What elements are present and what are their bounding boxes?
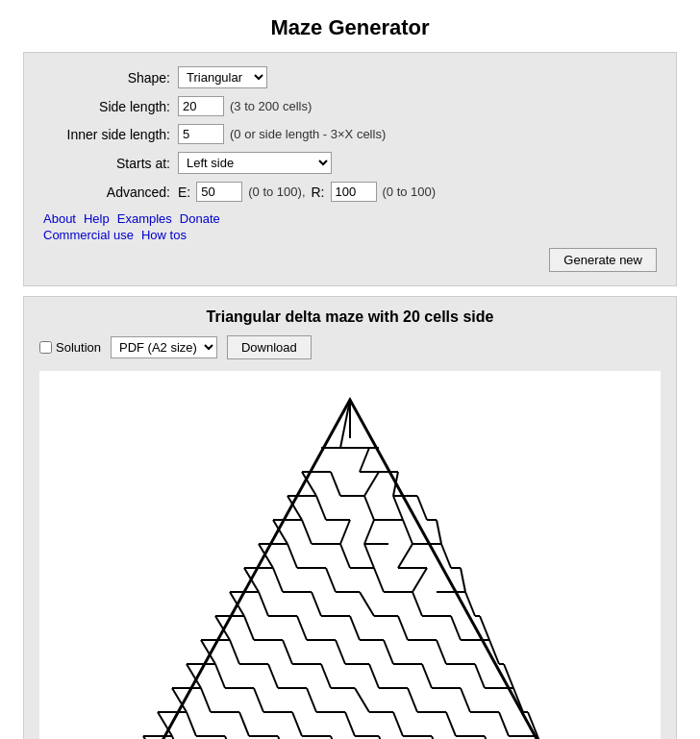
svg-line-82	[316, 496, 326, 520]
config-panel: Shape: Triangular Square Hexagonal Circu…	[23, 52, 677, 286]
solution-checkbox[interactable]	[39, 341, 52, 354]
page-title: Maze Generator	[23, 15, 677, 40]
download-button[interactable]: Download	[227, 335, 312, 359]
svg-line-146	[446, 712, 456, 736]
svg-line-83	[364, 496, 374, 520]
help-link[interactable]: Help	[84, 211, 110, 226]
svg-line-92	[437, 520, 441, 544]
svg-line-137	[408, 688, 417, 712]
shape-row: Shape: Triangular Square Hexagonal Circu…	[43, 66, 657, 88]
svg-line-144	[345, 712, 355, 736]
starts-at-row: Starts at: Left side Right side Top Bott…	[43, 152, 657, 174]
svg-line-96	[398, 544, 412, 568]
side-length-input[interactable]	[178, 96, 224, 116]
download-row: Solution PDF (A2 size) PDF (A3 size) PDF…	[39, 335, 661, 359]
side-length-value: (3 to 200 cells)	[178, 96, 312, 116]
about-link[interactable]: About	[43, 211, 76, 226]
advanced-e-hint: (0 to 100),	[248, 185, 305, 199]
svg-line-87	[302, 520, 312, 544]
advanced-r-label: R:	[312, 185, 325, 200]
svg-line-90	[403, 520, 412, 544]
svg-line-120	[336, 640, 345, 664]
svg-line-99	[273, 568, 283, 592]
maze-svg	[110, 381, 590, 739]
inner-side-length-row: Inner side length: (0 or side length - 3…	[43, 124, 657, 144]
svg-line-115	[451, 616, 461, 640]
inner-side-length-input[interactable]	[178, 124, 224, 144]
advanced-value: E: (0 to 100), R: (0 to 100)	[178, 182, 436, 202]
how-tos-link[interactable]: How tos	[141, 228, 187, 242]
commercial-use-link[interactable]: Commercial use	[43, 228, 134, 242]
inner-side-length-value: (0 or side length - 3×X cells)	[178, 124, 386, 144]
starts-at-value: Left side Right side Top Bottom Random	[178, 152, 332, 174]
svg-line-135	[307, 688, 316, 712]
advanced-row: Advanced: E: (0 to 100), R: (0 to 100)	[43, 182, 657, 202]
svg-line-130	[475, 664, 485, 688]
starts-at-select[interactable]: Left side Right side Top Bottom Random	[178, 152, 332, 174]
svg-line-138	[461, 688, 470, 712]
svg-line-121	[384, 640, 393, 664]
advanced-e-input[interactable]	[196, 182, 242, 202]
svg-line-129	[422, 664, 432, 688]
svg-line-94	[340, 544, 350, 568]
svg-line-108	[412, 592, 422, 616]
svg-line-128	[369, 664, 379, 688]
svg-line-93	[288, 544, 297, 568]
svg-line-133	[201, 688, 211, 712]
svg-line-143	[292, 712, 302, 736]
advanced-label: Advanced:	[43, 185, 178, 200]
svg-line-119	[283, 640, 292, 664]
links-row-1: About Help Examples Donate	[43, 211, 657, 226]
svg-line-100	[326, 568, 336, 592]
svg-line-98	[441, 544, 451, 568]
starts-at-label: Starts at:	[43, 156, 178, 171]
generate-button[interactable]: Generate new	[549, 248, 657, 272]
svg-line-102	[412, 568, 427, 592]
svg-line-134	[254, 688, 263, 712]
format-select[interactable]: PDF (A2 size) PDF (A3 size) PDF (A4 size…	[111, 336, 217, 358]
svg-line-77	[360, 448, 369, 472]
svg-line-106	[312, 592, 321, 616]
svg-line-142	[239, 712, 249, 736]
svg-line-105	[259, 592, 268, 616]
inner-side-length-hint: (0 or side length - 3×X cells)	[230, 127, 386, 141]
examples-link[interactable]: Examples	[117, 211, 172, 226]
svg-line-136	[355, 688, 369, 712]
svg-line-125	[215, 664, 225, 688]
side-length-hint: (3 to 200 cells)	[230, 99, 312, 113]
svg-line-78	[331, 472, 340, 496]
shape-value: Triangular Square Hexagonal Circular	[178, 66, 267, 88]
svg-line-84	[393, 496, 403, 520]
svg-line-86	[417, 496, 427, 520]
svg-line-126	[268, 664, 278, 688]
svg-line-104	[461, 568, 465, 592]
links-container: About Help Examples Donate Commercial us…	[43, 211, 657, 242]
inner-side-length-label: Inner side length:	[43, 127, 178, 142]
svg-line-79	[364, 472, 379, 496]
svg-line-147	[499, 712, 509, 736]
svg-line-122	[437, 640, 446, 664]
advanced-r-hint: (0 to 100)	[383, 185, 437, 199]
advanced-r-input[interactable]	[331, 182, 377, 202]
svg-line-88	[340, 520, 350, 544]
svg-line-107	[360, 592, 374, 616]
svg-line-111	[244, 616, 254, 640]
svg-line-127	[321, 664, 331, 688]
side-length-row: Side length: (3 to 200 cells)	[43, 96, 657, 116]
solution-text: Solution	[56, 340, 101, 355]
donate-link[interactable]: Donate	[180, 211, 220, 226]
solution-label: Solution	[39, 340, 101, 355]
result-title: Triangular delta maze with 20 cells side	[39, 308, 661, 326]
advanced-e-label: E:	[178, 185, 190, 200]
shape-label: Shape:	[43, 70, 178, 86]
links-row-2: Commercial use How tos	[43, 228, 657, 242]
generate-row: Generate new	[43, 248, 657, 272]
svg-line-89	[364, 520, 374, 544]
side-length-label: Side length:	[43, 99, 178, 114]
svg-line-112	[297, 616, 307, 640]
shape-select[interactable]: Triangular Square Hexagonal Circular	[178, 66, 267, 88]
svg-line-118	[230, 640, 239, 664]
svg-line-113	[350, 616, 360, 640]
result-panel: Triangular delta maze with 20 cells side…	[23, 296, 677, 739]
svg-line-101	[374, 568, 384, 592]
